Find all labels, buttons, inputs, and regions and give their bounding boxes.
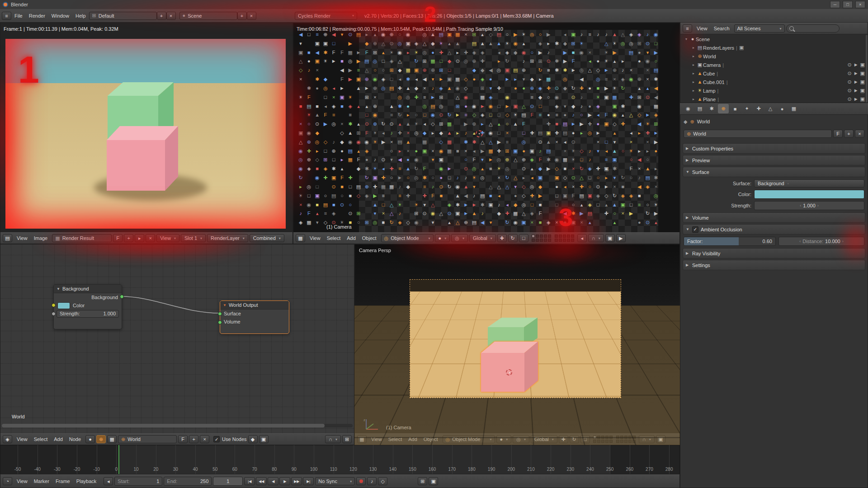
menu-add[interactable]: Add xyxy=(344,235,359,241)
layer-dot[interactable] xyxy=(605,440,609,443)
editor-type-node-icon[interactable]: ◈ xyxy=(3,435,12,443)
eye-icon[interactable]: ⊙ xyxy=(847,97,851,102)
new-image-button[interactable]: + xyxy=(124,234,133,242)
editor-type-3dview-icon[interactable]: ▦ xyxy=(296,234,305,242)
menu-file[interactable]: File xyxy=(11,13,26,19)
menu-view[interactable]: View xyxy=(307,235,324,241)
layer-dot[interactable] xyxy=(624,436,627,439)
render-border-icon[interactable]: ⊞ xyxy=(342,435,352,443)
render-opengl-icon[interactable]: ▣ xyxy=(605,234,615,242)
render-opengl-icon[interactable]: ▣ xyxy=(656,435,665,443)
collapse-icon[interactable]: ▼ xyxy=(57,287,60,291)
manipulator-scale-icon[interactable]: □ xyxy=(580,435,590,443)
expand-icon[interactable]: ▸ xyxy=(690,63,697,67)
layer-dot[interactable] xyxy=(532,235,535,238)
disclosure-triangle-icon[interactable]: ▶ xyxy=(686,216,692,220)
maximize-button[interactable]: □ xyxy=(843,1,853,8)
fake-user-button[interactable]: F xyxy=(113,234,123,242)
timeline-ruler[interactable]: -50-40-30-20-100102030405060708090100110… xyxy=(0,445,680,474)
layer-dot[interactable] xyxy=(555,239,558,242)
color-swatch[interactable] xyxy=(57,302,70,309)
orientation-dropdown[interactable]: Global▾ xyxy=(469,234,496,242)
outliner-row-cube[interactable]: ▸▲Cube|⊙►▣ xyxy=(680,69,868,78)
layer-dot[interactable] xyxy=(620,436,623,439)
camera-frame[interactable] xyxy=(410,279,621,398)
outliner-scrollbar[interactable] xyxy=(866,35,868,103)
expand-icon[interactable]: ▸ xyxy=(690,71,697,75)
layer-dot[interactable] xyxy=(555,235,558,238)
layer-dot[interactable] xyxy=(571,239,574,242)
horizontal-scrollbar[interactable] xyxy=(2,424,353,427)
snap-dropdown[interactable]: ∩▾ xyxy=(325,435,341,443)
current-frame-indicator[interactable] xyxy=(118,445,119,474)
current-frame-field[interactable]: 1 xyxy=(213,477,243,486)
layer-dot[interactable] xyxy=(601,436,604,439)
expand-icon[interactable]: ▸ xyxy=(690,54,697,58)
layer-dot[interactable] xyxy=(536,235,539,238)
render-layers-tab[interactable]: ▤ xyxy=(694,104,705,113)
next-keyframe-button[interactable]: ▶▶ xyxy=(291,477,302,485)
eye-icon[interactable]: ⊙ xyxy=(847,80,851,84)
panel-header-settings[interactable]: ▶Settings xyxy=(683,260,865,270)
image-datablock[interactable]: ▦ Render Result xyxy=(52,234,112,242)
layer-dot[interactable] xyxy=(632,436,636,439)
start-frame-field[interactable]: Start:1 xyxy=(114,477,162,486)
layer-dot[interactable] xyxy=(609,436,613,439)
audio-sync-icon[interactable]: ♪ xyxy=(367,477,377,485)
display-filter-dropdown[interactable]: All Scenes▾ xyxy=(734,24,785,33)
disclosure-triangle-icon[interactable]: ▼ xyxy=(686,170,692,174)
strength--field[interactable]: ‹1.000› xyxy=(754,201,864,210)
cursor-icon[interactable]: ► xyxy=(854,80,859,84)
layers-widget[interactable] xyxy=(532,235,574,242)
layer-dot[interactable] xyxy=(563,239,566,242)
layer-dot[interactable] xyxy=(628,436,632,439)
strength-field[interactable]: Strength:1.000 xyxy=(57,310,119,318)
pin-icon[interactable]: ◆ xyxy=(684,119,687,124)
factor--slider[interactable]: Factor:0.60 xyxy=(684,237,776,246)
modifiers-tab[interactable]: ✚ xyxy=(753,104,764,113)
render-tab[interactable]: ◉ xyxy=(683,104,693,113)
layer-dot[interactable] xyxy=(559,235,562,238)
lock-icon[interactable]: ◂ xyxy=(104,477,113,485)
fake-user-button[interactable]: F xyxy=(833,130,843,138)
unlink-world-button[interactable]: × xyxy=(855,130,864,138)
pivot-point-dropdown[interactable]: ◎▾ xyxy=(451,234,468,242)
panel-header-custom-properties[interactable]: ▶Custom Properties xyxy=(683,143,865,154)
viewport-shading-dropdown[interactable]: ●▾ xyxy=(496,435,512,443)
layer-dot[interactable] xyxy=(540,235,543,238)
output-socket[interactable] xyxy=(120,295,124,299)
render-icon[interactable]: ▣ xyxy=(860,88,865,93)
add-scene-button[interactable]: + xyxy=(237,12,247,20)
pin-icon[interactable]: ◆ xyxy=(248,435,258,443)
play-button[interactable]: ▶ xyxy=(279,477,290,485)
fake-user-button[interactable]: F xyxy=(178,435,188,443)
screen-layout-selector[interactable]: ⊞ Default xyxy=(89,12,157,20)
volume-input-socket[interactable] xyxy=(218,320,222,324)
mode-dropdown[interactable]: ◎ Object Mode▾ xyxy=(443,435,495,443)
menu-object[interactable]: Object xyxy=(420,436,441,442)
cursor-icon[interactable]: ► xyxy=(854,88,859,93)
expand-icon[interactable]: ▸ xyxy=(690,97,697,101)
world-datablock[interactable]: ⊕ World xyxy=(118,435,177,443)
layer-dot[interactable] xyxy=(563,235,566,238)
decrement-icon[interactable]: ‹ xyxy=(800,203,801,208)
layer-dot[interactable] xyxy=(593,440,596,443)
strength-input-socket[interactable] xyxy=(52,312,56,316)
render-icon[interactable]: ▣ xyxy=(860,97,865,102)
end-frame-field[interactable]: End:250 xyxy=(164,477,212,486)
layers-widget[interactable] xyxy=(593,436,636,443)
menu-search[interactable]: Search xyxy=(711,26,733,31)
render-layer-dropdown[interactable]: RenderLayer▾ xyxy=(207,234,248,242)
new-world-button[interactable]: + xyxy=(844,130,854,138)
color-input-socket[interactable] xyxy=(52,303,56,307)
menu-window[interactable]: Window xyxy=(48,13,72,19)
disclosure-triangle-icon[interactable]: ▶ xyxy=(686,146,692,150)
layer-dot[interactable] xyxy=(532,239,535,242)
layer-dot[interactable] xyxy=(628,440,632,443)
color--swatch[interactable] xyxy=(754,190,864,199)
view-mode-dropdown[interactable]: View▾ xyxy=(156,234,179,242)
disclosure-triangle-icon[interactable]: ▼ xyxy=(686,227,692,231)
panel-header-volume[interactable]: ▶Volume xyxy=(683,212,865,223)
snap-dropdown[interactable]: ∩▾ xyxy=(588,234,604,242)
snap-dropdown[interactable]: ∩▾ xyxy=(639,435,655,443)
